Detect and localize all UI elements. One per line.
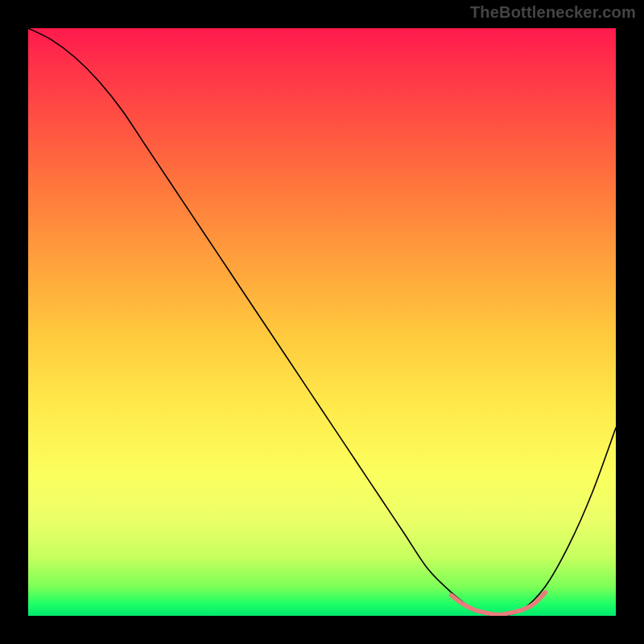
chart-frame: TheBottlenecker.com: [0, 0, 644, 644]
watermark-text: TheBottlenecker.com: [470, 3, 636, 22]
chart-svg: [28, 28, 616, 616]
optimal-range-highlight: [452, 592, 546, 615]
bottleneck-curve: [28, 28, 616, 616]
plot-area: [28, 28, 616, 616]
